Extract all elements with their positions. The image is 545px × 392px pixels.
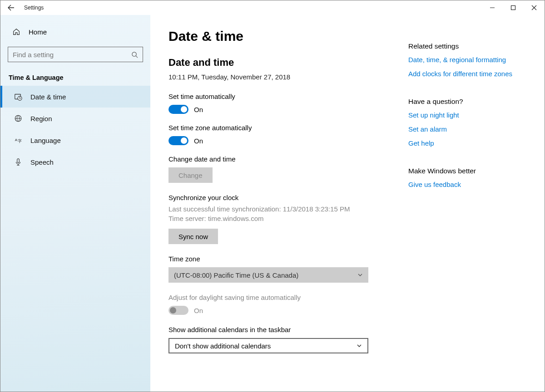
microphone-icon [14,158,22,166]
dst-toggle [168,306,188,315]
set-time-auto-toggle[interactable] [168,105,188,114]
page-title: Date & time [168,29,395,44]
chevron-down-icon [357,272,363,278]
sidebar-item-speech[interactable]: Speech [0,151,150,173]
sync-now-button[interactable]: Sync now [168,229,218,244]
calendar-clock-icon [14,93,22,101]
link-set-alarm[interactable]: Set an alarm [408,125,526,133]
better-heading: Make Windows better [408,167,526,175]
sync-server: Time server: time.windows.com [168,214,395,223]
change-button: Change [168,167,213,183]
set-time-auto-state: On [194,106,203,113]
close-button[interactable] [524,0,545,15]
sidebar-item-label: Speech [30,158,54,166]
dst-label: Adjust for daylight saving time automati… [168,294,395,301]
back-arrow-icon [7,4,15,11]
minimize-button[interactable] [482,0,503,15]
link-add-clocks[interactable]: Add clocks for different time zones [408,70,526,78]
sidebar: Home Time & Language Date & time Region … [0,15,150,392]
back-button[interactable] [0,0,21,15]
svg-text:字: 字 [18,139,22,143]
section-date-and-time: Date and time [168,57,395,69]
question-heading: Have a question? [408,98,526,106]
main-column: Date & time Date and time 10:11 PM, Tues… [168,29,408,392]
addcal-label: Show additional calendars in the taskbar [168,326,395,333]
search-input[interactable] [13,51,131,59]
sidebar-item-label: Region [30,115,52,122]
sync-last: Last successful time synchronization: 11… [168,204,395,214]
link-night-light[interactable]: Set up night light [408,111,526,119]
sidebar-item-language[interactable]: A字 Language [0,129,150,151]
set-time-auto-label: Set time automatically [168,93,395,100]
home-icon [12,28,20,36]
close-icon [531,5,537,10]
maximize-button[interactable] [503,0,524,15]
set-tz-auto-label: Set time zone automatically [168,124,395,132]
sidebar-item-region[interactable]: Region [0,108,150,129]
link-feedback[interactable]: Give us feedback [408,181,526,188]
addcal-value: Don't show additional calendars [175,342,271,350]
search-icon [131,51,138,58]
svg-text:A: A [15,138,18,142]
maximize-icon [510,5,516,10]
minimize-icon [490,5,495,10]
settings-window: Settings Home Time & Language Date & tim… [0,0,545,392]
window-title: Settings [24,5,44,11]
home-nav[interactable]: Home [0,15,150,43]
body: Home Time & Language Date & time Region … [0,15,545,392]
globe-icon [14,114,22,122]
set-tz-auto-toggle[interactable] [168,136,188,145]
timezone-select: (UTC-08:00) Pacific Time (US & Canada) [168,267,368,283]
svg-rect-0 [511,6,515,10]
related-heading: Related settings [408,42,526,50]
svg-point-1 [132,52,136,56]
titlebar: Settings [0,0,545,15]
set-tz-auto-state: On [194,137,203,145]
change-dt-label: Change date and time [168,155,395,163]
home-label: Home [29,28,47,36]
sidebar-group-label: Time & Language [0,71,150,86]
timezone-label: Time zone [168,255,395,263]
sync-heading: Synchronize your clock [168,194,395,201]
search-box[interactable] [8,47,143,62]
timezone-value: (UTC-08:00) Pacific Time (US & Canada) [174,271,298,279]
chevron-down-icon [357,343,362,348]
content: Date & time Date and time 10:11 PM, Tues… [150,15,545,392]
link-date-regional-formatting[interactable]: Date, time, & regional formatting [408,56,526,64]
sidebar-item-label: Language [30,137,61,144]
addcal-select[interactable]: Don't show additional calendars [168,338,368,353]
svg-rect-7 [17,159,20,163]
language-icon: A字 [14,136,22,144]
sidebar-item-label: Date & time [30,93,66,101]
link-get-help[interactable]: Get help [408,139,526,147]
window-controls [482,0,545,15]
right-rail: Related settings Date, time, & regional … [408,29,526,392]
current-datetime: 10:11 PM, Tuesday, November 27, 2018 [168,73,395,81]
sidebar-item-date-time[interactable]: Date & time [0,86,150,108]
dst-state: On [194,307,203,314]
